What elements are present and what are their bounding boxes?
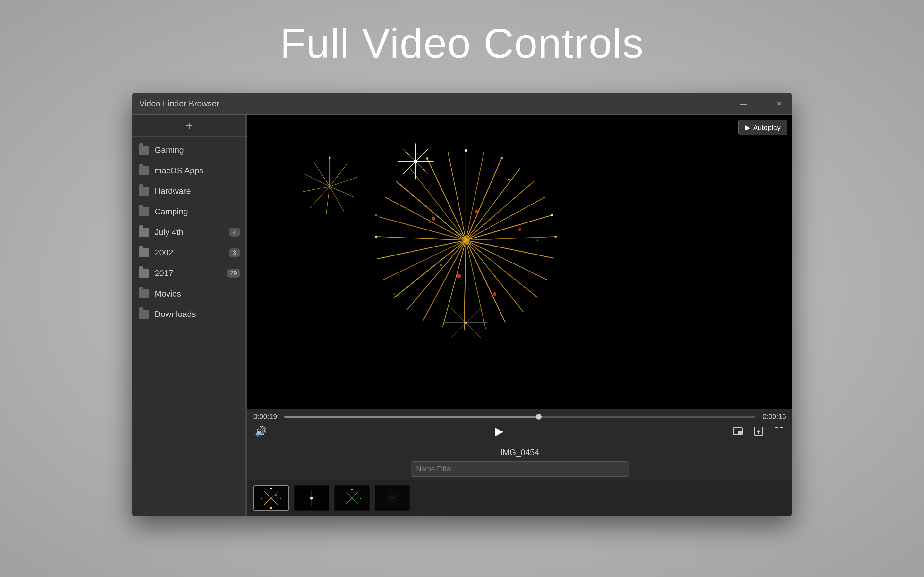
window-body: + Gaming macOS Apps xyxy=(132,115,792,516)
maximize-button[interactable]: □ xyxy=(755,98,767,110)
svg-point-76 xyxy=(429,221,431,223)
sidebar-item-2017[interactable]: 2017 29 xyxy=(132,263,247,284)
sidebar-item-gaming[interactable]: Gaming xyxy=(132,140,247,160)
sidebar-label-movies: Movies xyxy=(155,289,240,299)
current-time: 0:00:19 xyxy=(254,413,279,421)
sidebar-item-downloads[interactable]: Downloads xyxy=(132,304,247,324)
sidebar-label-camping: Camping xyxy=(155,207,240,217)
svg-point-29 xyxy=(465,149,467,152)
svg-rect-78 xyxy=(738,431,742,434)
share-icon xyxy=(754,427,763,436)
remaining-time: 0:00:16 xyxy=(760,413,786,421)
autoplay-button[interactable]: ▶ Autoplay xyxy=(738,120,787,135)
svg-point-75 xyxy=(493,275,496,277)
pip-icon xyxy=(733,427,743,435)
thumb-svg-2 xyxy=(294,486,328,510)
sidebar-item-macos-apps[interactable]: macOS Apps xyxy=(132,160,247,181)
thumb-inner-4 xyxy=(375,486,409,510)
sidebar-label-2017: 2017 xyxy=(155,268,227,278)
sidebar-item-2002[interactable]: 2002 3 xyxy=(132,242,247,263)
svg-point-114 xyxy=(351,489,352,490)
sidebar-badge-2002: 3 xyxy=(229,248,240,257)
svg-point-71 xyxy=(508,179,509,180)
sidebar: + Gaming macOS Apps xyxy=(132,115,247,516)
controls-row: 🔊 ▶ xyxy=(254,424,786,438)
svg-point-38 xyxy=(432,217,435,221)
volume-button[interactable]: 🔊 xyxy=(254,424,268,438)
thumbnail-3[interactable] xyxy=(334,485,370,511)
folder-icon xyxy=(138,268,150,279)
svg-point-92 xyxy=(261,498,262,499)
sidebar-item-movies[interactable]: Movies xyxy=(132,284,247,304)
play-icon-small: ▶ xyxy=(745,123,750,132)
add-folder-button[interactable]: + xyxy=(182,119,196,133)
app-window: Video Finder Browser — □ ✕ + Gaming xyxy=(132,93,792,516)
svg-point-90 xyxy=(270,488,272,490)
minimize-button[interactable]: — xyxy=(737,98,749,110)
svg-point-91 xyxy=(280,498,282,499)
sidebar-label-gaming: Gaming xyxy=(155,145,240,155)
svg-point-51 xyxy=(356,177,357,178)
folder-icon xyxy=(138,165,150,176)
folder-icon xyxy=(138,247,150,258)
close-button[interactable]: ✕ xyxy=(773,98,785,110)
thumb-inner-2 xyxy=(294,486,328,510)
controls-bar: 0:00:19 0:00:16 🔊 ▶ xyxy=(247,409,792,443)
thumb-inner-3 xyxy=(335,486,369,510)
sidebar-item-camping[interactable]: Camping xyxy=(132,201,247,222)
pip-button[interactable] xyxy=(731,424,745,438)
svg-point-32 xyxy=(554,235,557,238)
folder-icon xyxy=(138,308,150,320)
svg-point-37 xyxy=(493,292,496,296)
name-filter-input[interactable] xyxy=(411,461,629,477)
sidebar-badge-july4th: 4 xyxy=(229,228,240,237)
share-button[interactable] xyxy=(751,424,766,438)
sidebar-label-macos-apps: macOS Apps xyxy=(155,166,240,176)
progress-track[interactable] xyxy=(284,416,755,418)
play-pause-button[interactable]: ▶ xyxy=(492,424,506,438)
sidebar-badge-2017: 29 xyxy=(227,269,240,277)
main-content: ▶ Autoplay 0:00:19 0:00:16 � xyxy=(247,115,792,516)
thumbnail-4[interactable] xyxy=(375,485,410,511)
thumb-svg-4 xyxy=(375,486,409,510)
ctrl-center: ▶ xyxy=(492,424,506,438)
svg-point-39 xyxy=(519,228,521,231)
svg-point-72 xyxy=(440,264,442,266)
sidebar-item-hardware[interactable]: Hardware xyxy=(132,181,247,201)
folder-icon xyxy=(138,206,150,218)
folder-icon xyxy=(138,144,150,156)
svg-point-50 xyxy=(328,157,331,159)
folder-icon xyxy=(138,226,150,238)
svg-point-60 xyxy=(414,160,417,163)
svg-rect-0 xyxy=(247,115,792,409)
progress-thumb[interactable] xyxy=(536,414,541,420)
titlebar-controls: — □ ✕ xyxy=(737,98,785,110)
thumbnail-2[interactable] xyxy=(294,485,329,511)
progress-fill xyxy=(284,416,539,418)
sidebar-label-hardware: Hardware xyxy=(155,186,240,196)
svg-point-34 xyxy=(426,157,428,160)
video-name: IMG_0454 xyxy=(254,448,786,458)
sidebar-item-july4th[interactable]: July 4th 4 xyxy=(132,222,247,242)
page-title: Full Video Controls xyxy=(280,19,644,67)
svg-point-93 xyxy=(270,507,272,509)
window-title: Video Finder Browser xyxy=(139,99,737,109)
svg-point-69 xyxy=(465,321,467,324)
svg-point-36 xyxy=(457,274,461,278)
svg-point-30 xyxy=(501,157,503,159)
ctrl-right xyxy=(731,424,786,438)
autoplay-label: Autoplay xyxy=(753,123,780,132)
thumb-svg-1 xyxy=(254,486,288,510)
sidebar-scrollbar[interactable] xyxy=(245,115,247,516)
svg-point-74 xyxy=(393,293,395,295)
sidebar-label-downloads: Downloads xyxy=(155,309,240,319)
svg-point-70 xyxy=(375,214,377,216)
expand-button[interactable] xyxy=(772,424,786,438)
fireworks-svg xyxy=(247,115,792,409)
video-frame: ▶ Autoplay xyxy=(247,115,792,409)
svg-point-94 xyxy=(275,494,276,496)
ctrl-left: 🔊 xyxy=(254,424,268,438)
thumb-inner-1 xyxy=(254,486,288,510)
thumbnail-1[interactable] xyxy=(254,485,289,511)
svg-point-73 xyxy=(537,239,538,241)
